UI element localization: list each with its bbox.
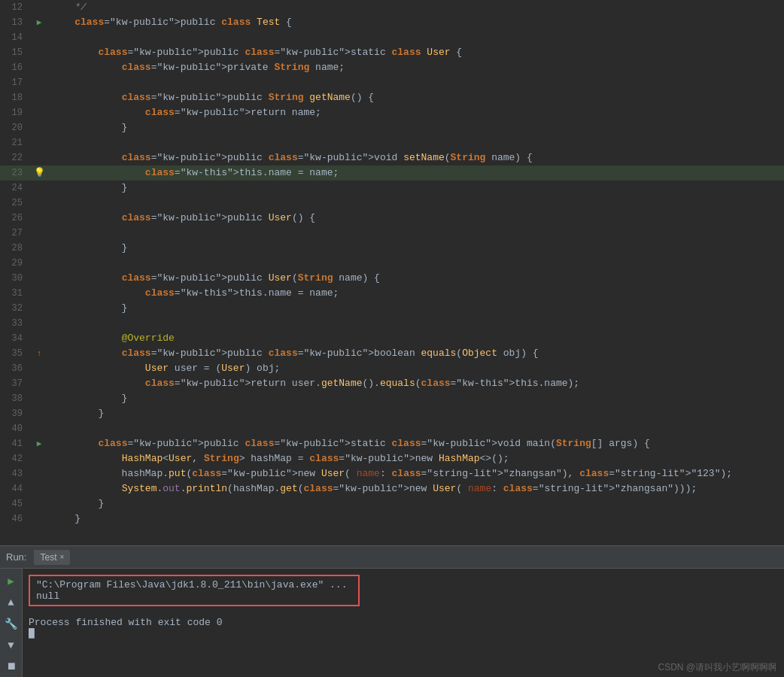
table-row: 22 class="kw-public">public class="kw-pu… xyxy=(0,150,784,165)
code-line: } xyxy=(48,120,784,135)
code-line xyxy=(48,30,784,45)
code-editor: 12 */13▶ class="kw-public">public class … xyxy=(0,0,784,545)
line-number: 21 xyxy=(0,135,30,150)
line-number: 44 xyxy=(0,481,30,496)
run-sidebar: ▶ ▲ 🔧 ▼ ⏹ ❮ ❯ xyxy=(0,569,23,677)
code-line xyxy=(48,316,784,331)
table-row: 39 } xyxy=(0,406,784,421)
table-row: 23💡 class="kw-this">this.name = name; xyxy=(0,165,784,181)
output-box: "C:\Program Files\Java\jdk1.8.0_211\bin\… xyxy=(29,575,360,606)
line-number: 33 xyxy=(0,316,30,331)
code-line: } xyxy=(48,391,784,406)
code-line: class="kw-public">public String getName(… xyxy=(48,90,784,105)
line-number: 30 xyxy=(0,271,30,286)
line-number: 45 xyxy=(0,496,30,512)
table-row: 32 } xyxy=(0,301,784,316)
arrow-up-icon: ↑ xyxy=(37,349,42,358)
table-row: 33 xyxy=(0,316,784,331)
code-line: class="kw-this">this.name = name; xyxy=(48,165,784,181)
bulb-icon[interactable]: 💡 xyxy=(34,168,45,178)
code-line: User user = (User) obj; xyxy=(48,361,784,376)
output-line-1: "C:\Program Files\Java\jdk1.8.0_211\bin\… xyxy=(36,579,352,590)
line-number: 23 xyxy=(0,165,30,181)
table-row: 38 } xyxy=(0,391,784,406)
line-number: 12 xyxy=(0,0,30,15)
line-number: 46 xyxy=(0,512,30,527)
code-line xyxy=(48,421,784,436)
code-line: */ xyxy=(48,0,784,15)
code-line xyxy=(48,256,784,271)
scroll-up-button[interactable]: ▲ xyxy=(6,595,15,610)
run-tab-close[interactable]: × xyxy=(59,553,64,561)
line-number: 38 xyxy=(0,391,30,406)
line-number: 35 xyxy=(0,346,30,361)
run-tab[interactable]: Test × xyxy=(34,550,70,565)
line-number: 13 xyxy=(0,15,30,30)
code-line: } xyxy=(48,496,784,512)
line-number: 22 xyxy=(0,150,30,165)
line-number: 42 xyxy=(0,451,30,466)
line-number: 41 xyxy=(0,436,30,451)
line-number: 16 xyxy=(0,60,30,75)
run-gutter-icon[interactable]: ▶ xyxy=(37,439,42,448)
code-line xyxy=(48,135,784,150)
scroll-down-button[interactable]: ▼ xyxy=(6,638,15,653)
run-panel: Run: Test × ▶ ▲ 🔧 ▼ ⏹ ❮ ❯ "C:\Program Fi… xyxy=(0,545,784,677)
table-row: 14 xyxy=(0,30,784,45)
table-row: 29 xyxy=(0,256,784,271)
line-number: 19 xyxy=(0,105,30,120)
line-number: 36 xyxy=(0,361,30,376)
run-button[interactable]: ▶ xyxy=(6,573,15,589)
code-line: class="kw-this">this.name = name; xyxy=(48,286,784,301)
table-row: 43 hashMap.put(class="kw-public">new Use… xyxy=(0,466,784,481)
table-row: 15 class="kw-public">public class="kw-pu… xyxy=(0,45,784,60)
line-number: 24 xyxy=(0,181,30,196)
stop-button[interactable]: ⏹ xyxy=(5,659,18,674)
code-line: class="kw-public">return user.getName().… xyxy=(48,376,784,391)
code-line: hashMap.put(class="kw-public">new User( … xyxy=(48,466,784,481)
line-number: 43 xyxy=(0,466,30,481)
table-row: 28 } xyxy=(0,241,784,256)
table-row: 45 } xyxy=(0,496,784,512)
line-number: 17 xyxy=(0,75,30,90)
watermark: CSDN @请叫我小艺啊啊啊啊 xyxy=(658,661,776,674)
table-row: 16 class="kw-public">private String name… xyxy=(0,60,784,75)
table-row: 41▶ class="kw-public">public class="kw-p… xyxy=(0,436,784,451)
table-row: 31 class="kw-this">this.name = name; xyxy=(0,286,784,301)
code-line: } xyxy=(48,512,784,527)
line-number: 39 xyxy=(0,406,30,421)
table-row: 12 */ xyxy=(0,0,784,15)
line-number: 34 xyxy=(0,331,30,346)
table-row: 46 } xyxy=(0,512,784,527)
table-row: 19 class="kw-public">return name; xyxy=(0,105,784,120)
code-line: HashMap<User, String> hashMap = class="k… xyxy=(48,451,784,466)
code-line: } xyxy=(48,406,784,421)
table-row: 30 class="kw-public">public User(String … xyxy=(0,271,784,286)
table-row: 40 xyxy=(0,421,784,436)
code-line xyxy=(48,196,784,211)
line-number: 32 xyxy=(0,301,30,316)
table-row: 36 User user = (User) obj; xyxy=(0,361,784,376)
code-line: class="kw-public">public class Test { xyxy=(48,15,784,30)
table-row: 17 xyxy=(0,75,784,90)
code-line: class="kw-public">public class="kw-publi… xyxy=(48,346,784,361)
table-row: 27 xyxy=(0,226,784,241)
line-number: 28 xyxy=(0,241,30,256)
table-row: 25 xyxy=(0,196,784,211)
code-line: } xyxy=(48,301,784,316)
line-number: 20 xyxy=(0,120,30,135)
run-gutter-icon[interactable]: ▶ xyxy=(37,18,42,27)
table-row: 26 class="kw-public">public User() { xyxy=(0,211,784,226)
table-row: 24 } xyxy=(0,181,784,196)
wrench-button[interactable]: 🔧 xyxy=(3,616,19,632)
line-number: 26 xyxy=(0,211,30,226)
output-line-2: null xyxy=(36,590,352,602)
table-row: 35↑ class="kw-public">public class="kw-p… xyxy=(0,346,784,361)
code-line xyxy=(48,75,784,90)
code-line: class="kw-public">public User() { xyxy=(48,211,784,226)
code-line: class="kw-public">private String name; xyxy=(48,60,784,75)
table-row: 21 xyxy=(0,135,784,150)
code-line: class="kw-public">public class="kw-publi… xyxy=(48,436,784,451)
table-row: 13▶ class="kw-public">public class Test … xyxy=(0,15,784,30)
table-row: 20 } xyxy=(0,120,784,135)
